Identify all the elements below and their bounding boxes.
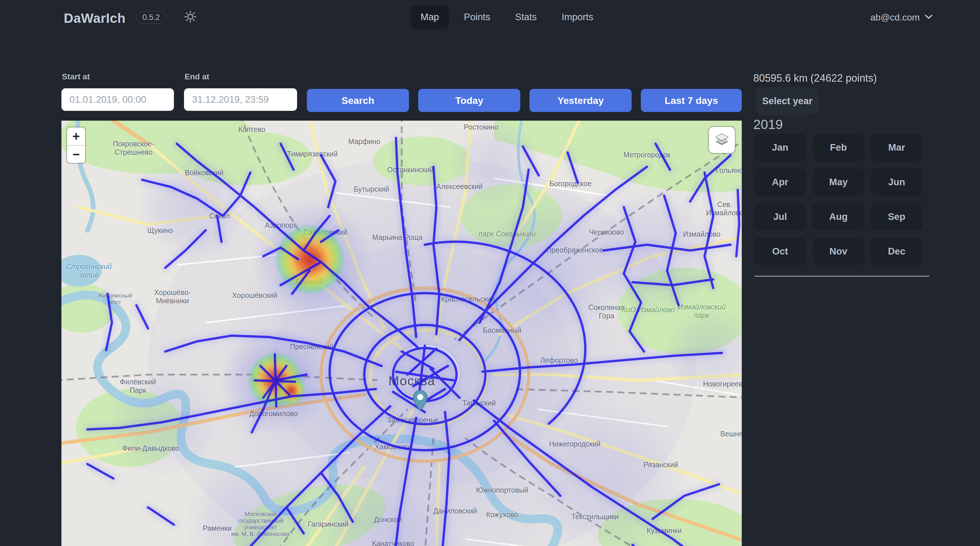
month-button-jun[interactable]: Jun	[871, 168, 922, 196]
tab-stats[interactable]: Stats	[505, 5, 547, 29]
location-marker-pin[interactable]	[412, 390, 428, 411]
search-button[interactable]: Search	[307, 89, 409, 112]
month-button-apr[interactable]: Apr	[754, 168, 806, 196]
layers-icon	[714, 131, 730, 148]
select-year-button[interactable]: Select year	[756, 87, 819, 115]
month-button-may[interactable]: May	[813, 168, 864, 196]
month-button-jan[interactable]: Jan	[754, 134, 806, 161]
months-grid: JanFebMarAprMayJunJulAugSepOctNovDec	[754, 134, 922, 265]
navbar: DaWarIch 0.5.2 MapPointsStatsImports ab@…	[0, 0, 980, 35]
main-nav-tabs: MapPointsStatsImports	[411, 5, 603, 29]
yesterday-button[interactable]: Yesterday	[530, 89, 632, 112]
version-badge: 0.5.2	[136, 11, 166, 24]
end-at-label: End at	[185, 72, 209, 81]
end-at-input[interactable]	[184, 88, 297, 111]
start-at-input[interactable]	[61, 88, 174, 111]
app-logo[interactable]: DaWarIch	[64, 10, 126, 26]
zoom-out-button[interactable]: −	[67, 145, 85, 163]
user-menu[interactable]: ab@cd.com	[870, 0, 933, 35]
month-button-aug[interactable]: Aug	[813, 203, 864, 231]
today-button[interactable]: Today	[418, 89, 520, 112]
sun-icon	[184, 10, 197, 24]
month-button-nov[interactable]: Nov	[813, 238, 864, 265]
tab-imports[interactable]: Imports	[552, 5, 603, 29]
month-button-feb[interactable]: Feb	[813, 134, 864, 161]
distance-stats: 80595.6 km (24622 points)	[753, 72, 877, 84]
map-zoom-control: + −	[67, 128, 85, 163]
tab-points[interactable]: Points	[454, 5, 500, 29]
month-button-mar[interactable]: Mar	[871, 134, 922, 161]
sidebar-divider	[754, 276, 929, 276]
user-email: ab@cd.com	[870, 12, 920, 23]
layers-control-button[interactable]	[709, 127, 735, 153]
month-button-dec[interactable]: Dec	[871, 238, 922, 265]
map-canvas[interactable]: Покровское- СтрешневоКоптевоТимирязевски…	[61, 121, 742, 546]
chevron-down-icon	[924, 14, 933, 21]
month-button-jul[interactable]: Jul	[754, 203, 806, 231]
zoom-in-button[interactable]: +	[67, 128, 85, 145]
year-heading: 2019	[753, 117, 783, 132]
last-7-days-button[interactable]: Last 7 days	[641, 89, 742, 112]
theme-toggle-button[interactable]	[184, 11, 197, 24]
month-button-sep[interactable]: Sep	[871, 203, 922, 231]
gps-tracks-layer	[61, 121, 742, 546]
month-button-oct[interactable]: Oct	[754, 238, 806, 265]
tab-map[interactable]: Map	[411, 5, 449, 29]
start-at-label: Start at	[62, 72, 90, 81]
